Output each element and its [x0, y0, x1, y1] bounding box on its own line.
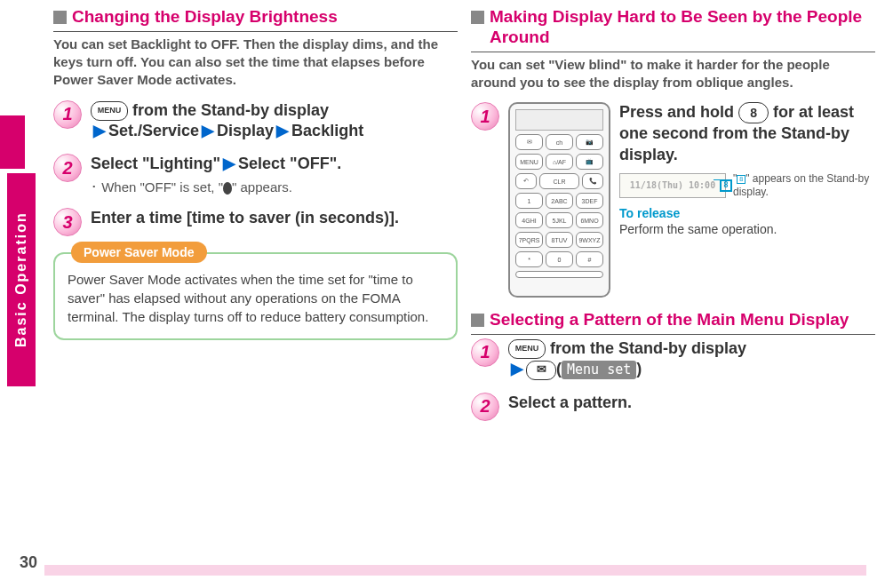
step-2-text-a: Select "Lighting" [91, 155, 220, 172]
key-8-icon: 8 [738, 102, 769, 123]
heading-title: Selecting a Pattern of the Main Menu Dis… [490, 310, 849, 330]
menu-key-icon: MENU [508, 339, 546, 359]
phone-key: 4GHI [515, 212, 543, 228]
step-number-1r: 1 [471, 102, 499, 131]
standby-note: "8" appears on the Stand-by display. [733, 172, 875, 198]
step-2-sub: ･ When "OFF" is set, "" appears. [91, 179, 458, 196]
section-tab: Basic Operation [7, 173, 36, 386]
step-number-3: 3 [53, 208, 82, 236]
phone-key: 8TUV [546, 232, 573, 248]
step-number-1: 1 [53, 100, 82, 129]
phone-key: 3DEF [576, 193, 603, 209]
pointer-line [714, 179, 730, 188]
heading-title: Making Display Hard to Be Seen by the Pe… [490, 7, 875, 48]
step-2-text-b: Select "OFF". [238, 155, 341, 172]
step-3-body: Enter a time [time to saver (in seconds)… [91, 208, 458, 236]
left-column: Changing the Display Brightness You can … [53, 7, 458, 561]
phone-body: ✉ch📷 MENU⌂/AF📺 ↶CLR📞 12ABC3DEF 4GHI5JKL6… [508, 102, 610, 298]
menu-key-icon: MENU [91, 101, 128, 121]
r1-step-1: 1 ✉ch📷 MENU⌂/AF📺 ↶CLR📞 12ABC3DEF 4GHI5JK… [471, 102, 875, 298]
callout-power-saver: Power Saver Mode Power Saver Mode activa… [53, 252, 458, 340]
callout-body: Power Saver Mode activates when the time… [53, 252, 458, 340]
phone-key: * [515, 251, 543, 267]
step-1-path-1: Set./Service [108, 122, 199, 139]
to-release-text: Perform the same operation. [619, 221, 875, 237]
standby-time-text: 11/18(Thu) 10:00 [630, 179, 715, 191]
arrow-icon: ▶ [202, 122, 214, 139]
phone-key: ⌂/AF [546, 154, 573, 170]
step-1: 1 MENU from the Stand-by display ▶Set./S… [53, 100, 458, 142]
step-2-sub-b: " appears. [232, 179, 292, 195]
phone-key: 6MNO [576, 212, 603, 228]
phone-key: # [576, 251, 603, 267]
side-accent [0, 115, 25, 169]
page-number: 30 [20, 553, 37, 572]
r2-step-2-body: Select a pattern. [508, 393, 875, 421]
step-3: 3 Enter a time [time to saver (in second… [53, 208, 458, 236]
r2-step-1-body: MENU from the Stand-by display ▶✉(Menu s… [508, 338, 875, 380]
menu-set-label: Menu set [562, 361, 636, 380]
section-heading-brightness: Changing the Display Brightness [53, 7, 458, 32]
arrow-icon: ▶ [276, 122, 289, 139]
step-number-2: 2 [53, 154, 82, 182]
standby-screen: 11/18(Thu) 10:00 8 [619, 173, 726, 198]
phone-key: CLR [539, 173, 580, 189]
phone-illustration: ✉ch📷 MENU⌂/AF📺 ↶CLR📞 12ABC3DEF 4GHI5JKL6… [508, 102, 610, 298]
r2-s1-text-a: from the Stand-by display [546, 339, 746, 357]
callout-tag: Power Saver Mode [71, 242, 207, 263]
mail-key-icon: ✉ [526, 361, 556, 380]
phone-key: 2ABC [546, 193, 573, 209]
right-column: Making Display Hard to Be Seen by the Pe… [471, 7, 875, 561]
note-b: " appears on the Stand-by display. [733, 172, 869, 197]
intro-text-r1: You can set "View blind" to make it hard… [471, 56, 875, 92]
phone-key: ✉ [515, 134, 543, 150]
to-release-label: To release [619, 205, 875, 221]
phone-key: ↶ [515, 173, 537, 189]
phone-key: 7PQRS [515, 232, 543, 248]
heading-square-icon [471, 11, 484, 24]
arrow-icon: ▶ [223, 155, 235, 172]
phone-key: ch [546, 134, 573, 150]
standby-display-strip: 11/18(Thu) 10:00 8 "8" appears on the St… [619, 172, 875, 198]
r1-s1-text-a: Press and hold [619, 103, 738, 121]
arrow-icon: ▶ [511, 360, 523, 377]
intro-text: You can set Backlight to OFF. Then the d… [53, 36, 458, 90]
arrow-icon: ▶ [93, 122, 106, 139]
phone-key: 9WXYZ [576, 232, 603, 248]
step-2-body: Select "Lighting"▶Select "OFF". ･ When "… [91, 154, 458, 195]
heading-title: Changing the Display Brightness [72, 7, 338, 28]
step-number-2r2: 2 [471, 393, 499, 421]
phone-speaker [515, 271, 603, 278]
step-1-path-2: Display [217, 122, 274, 139]
phone-key: 1 [515, 193, 543, 209]
phone-key: 📷 [576, 134, 603, 150]
footer-accent [44, 565, 866, 576]
phone-key: 📺 [576, 154, 603, 170]
phone-key: 📞 [582, 173, 603, 189]
phone-key: 5JKL [546, 212, 573, 228]
step-1-body: MENU from the Stand-by display ▶Set./Ser… [91, 100, 458, 142]
step-2: 2 Select "Lighting"▶Select "OFF". ･ When… [53, 154, 458, 195]
step-2-sub-a: When "OFF" is set, " [101, 179, 223, 195]
step-1-path-3: Backlight [291, 122, 363, 139]
step-number-1r2: 1 [471, 338, 499, 367]
content-area: Changing the Display Brightness You can … [44, 0, 893, 588]
r1-step-1-body: Press and hold 8 for at least one second… [619, 102, 875, 298]
side-rail: Basic Operation [0, 0, 44, 588]
phone-key: 0 [546, 251, 573, 267]
r2-step-2: 2 Select a pattern. [471, 393, 875, 421]
r2-step-1: 1 MENU from the Stand-by display ▶✉(Menu… [471, 338, 875, 380]
viewblind-indicator-icon-small: 8 [737, 175, 745, 184]
section-heading-pattern: Selecting a Pattern of the Main Menu Dis… [471, 310, 875, 335]
heading-square-icon [471, 314, 484, 327]
section-heading-viewblind: Making Display Hard to Be Seen by the Pe… [471, 7, 875, 52]
phone-key: MENU [515, 154, 543, 170]
phone-screen [515, 109, 603, 131]
indicator-icon [223, 182, 232, 195]
heading-square-icon [53, 11, 67, 24]
step-1-text: from the Stand-by display [128, 101, 329, 119]
